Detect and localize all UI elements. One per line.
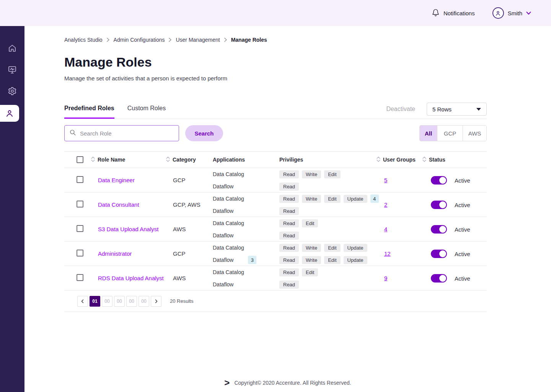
topbar: Notifications Smith	[0, 0, 551, 26]
page-button[interactable]: 00	[139, 296, 149, 307]
breadcrumb-current: Manage Roles	[231, 37, 267, 43]
filter-aws[interactable]: AWS	[463, 126, 486, 141]
privilege-chip: Read	[279, 207, 299, 215]
page-title: Manage Roles	[64, 54, 487, 70]
role-name-link[interactable]: Data Engineer	[98, 177, 135, 183]
page-button[interactable]: 00	[126, 296, 137, 307]
sort-icon[interactable]	[90, 156, 96, 163]
privilege-chip: Edit	[324, 195, 340, 203]
main-content: Analytics Studio Admin Configurations Us…	[24, 26, 551, 392]
user-groups-link[interactable]: 9	[384, 275, 387, 281]
user-menu[interactable]: Smith	[492, 7, 531, 19]
row-checkbox[interactable]	[77, 250, 83, 256]
roles-table: Role Name Category Applications Privilig…	[64, 151, 487, 312]
status-toggle[interactable]	[431, 201, 447, 209]
page-button[interactable]: 00	[114, 296, 125, 307]
column-header-category[interactable]: Category	[173, 157, 196, 163]
privileges-cell: ReadWriteEditRead	[279, 168, 376, 193]
search-input[interactable]	[80, 130, 174, 137]
category-value: GCP, AWS	[173, 201, 201, 208]
rows-per-page-select[interactable]: 5 Rows	[427, 103, 487, 116]
row-checkbox[interactable]	[77, 274, 83, 281]
applications-cell: Data CatalogDataflow	[213, 217, 279, 242]
status-toggle[interactable]	[431, 250, 447, 258]
row-checkbox[interactable]	[77, 225, 83, 232]
footer: > Copyright© 2020 Accenture. All Rights …	[24, 378, 551, 387]
breadcrumb-link-admin-configurations[interactable]: Admin Configurations	[114, 37, 165, 43]
privilege-line: Read	[279, 278, 376, 291]
privilege-line: Read	[279, 180, 376, 193]
privilege-line: ReadWriteEditUpdate	[279, 242, 376, 254]
privilege-chip: Update	[344, 244, 367, 252]
category-value: GCP	[173, 177, 186, 183]
accenture-logo-icon: >	[224, 378, 230, 387]
user-groups-link[interactable]: 5	[384, 177, 387, 183]
user-groups-link[interactable]: 12	[384, 250, 391, 257]
role-name-link[interactable]: S3 Data Upload Analyst	[98, 226, 158, 232]
user-groups-link[interactable]: 4	[384, 226, 387, 232]
gear-icon	[8, 87, 17, 97]
breadcrumb-link-analytics-studio[interactable]: Analytics Studio	[64, 37, 103, 43]
copyright-text: Copyright© 2020 Accenture. All Rights Re…	[234, 380, 351, 386]
role-name-link[interactable]: RDS Data Upload Analyst	[98, 275, 164, 281]
table-header: Role Name Category Applications Privilig…	[64, 151, 487, 168]
application-name: Data Catalog	[213, 220, 244, 226]
privilege-line: ReadEdit	[279, 266, 376, 278]
sidebar-item-home[interactable]	[0, 38, 24, 60]
privilege-chip: Edit	[324, 244, 340, 252]
privilege-line: ReadEdit	[279, 217, 376, 229]
sidebar-item-user-management[interactable]	[0, 103, 24, 124]
next-page-button[interactable]	[151, 296, 161, 307]
sort-icon[interactable]	[165, 156, 171, 163]
privilege-line: Read	[279, 229, 376, 242]
status-toggle[interactable]	[431, 274, 447, 283]
count-badge: 3	[248, 256, 256, 264]
status-toggle[interactable]	[431, 225, 447, 234]
privilege-chip: Read	[279, 268, 299, 276]
application-name: Data Catalog	[213, 171, 244, 177]
tab-predefined-roles[interactable]: Predefined Roles	[64, 105, 114, 119]
select-all-checkbox[interactable]	[77, 156, 83, 163]
sort-icon[interactable]	[376, 156, 381, 163]
table-row: Administrator GCP Data CatalogDataflow3 …	[64, 242, 487, 266]
search-row: Search All GCP AWS	[64, 125, 487, 141]
application-line: Dataflow	[213, 205, 279, 217]
column-header-status[interactable]: Status	[429, 157, 445, 163]
role-name-link[interactable]: Data Consultant	[98, 201, 139, 208]
status-toggle[interactable]	[431, 176, 447, 185]
sidebar-item-analytics[interactable]	[0, 60, 24, 81]
privilege-chip: Read	[279, 195, 299, 203]
filter-all[interactable]: All	[420, 126, 437, 141]
monitor-chart-icon	[8, 65, 17, 76]
status-label: Active	[455, 275, 470, 282]
status-label: Active	[455, 177, 470, 184]
home-icon	[8, 44, 17, 54]
column-header-user-groups[interactable]: User Groups	[383, 157, 416, 163]
page-button[interactable]: 01	[90, 296, 100, 307]
chevron-down-icon	[526, 10, 531, 16]
filter-gcp[interactable]: GCP	[437, 126, 463, 141]
breadcrumb-link-user-management[interactable]: User Management	[176, 37, 220, 43]
row-checkbox[interactable]	[77, 201, 83, 207]
application-line: Data Catalog	[213, 168, 279, 180]
tab-custom-roles[interactable]: Custom Roles	[127, 105, 166, 119]
deactivate-button[interactable]: Deactivate	[386, 106, 415, 113]
notifications-label: Notifications	[443, 10, 475, 16]
search-box	[64, 125, 179, 141]
search-button[interactable]: Search	[185, 125, 223, 141]
application-line: Data Catalog	[213, 266, 279, 278]
sidebar-item-settings[interactable]	[0, 81, 24, 103]
column-header-role-name[interactable]: Role Name	[98, 157, 125, 163]
toggle-knob	[439, 275, 446, 282]
notifications-button[interactable]: Notifications	[432, 8, 475, 18]
privilege-chip: Read	[279, 281, 299, 289]
rows-per-page-value: 5 Rows	[432, 106, 452, 113]
page-button[interactable]: 00	[102, 296, 112, 307]
row-checkbox[interactable]	[77, 176, 83, 183]
previous-page-button[interactable]	[77, 296, 88, 307]
privileges-cell: ReadEditRead	[279, 266, 376, 291]
role-name-link[interactable]: Administrator	[98, 250, 132, 257]
application-line: Dataflow	[213, 180, 279, 193]
sort-icon[interactable]	[422, 156, 427, 163]
user-groups-link[interactable]: 2	[384, 201, 387, 208]
